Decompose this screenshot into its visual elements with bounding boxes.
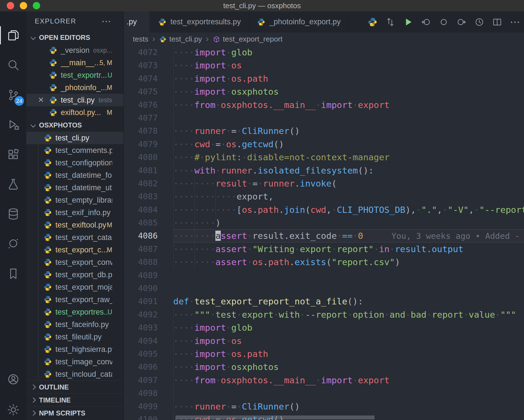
file-item[interactable]: test_export_conver... (26, 256, 124, 269)
code-line[interactable]: 4082········result·=·runner.invoke( (124, 177, 524, 190)
code-line[interactable]: 4095····import·os.path (124, 347, 524, 360)
code-line[interactable]: 4093····import·glob (124, 321, 524, 334)
file-item[interactable]: test_export_mojave... (26, 281, 124, 293)
split-editor-icon[interactable] (491, 16, 503, 28)
open-editor-item[interactable]: _version.pyosxp... (26, 44, 124, 57)
code-line[interactable]: 4087········assert·"Writing·export·repor… (124, 243, 524, 256)
tab-test-cli-partial[interactable]: .py (124, 11, 150, 33)
history-icon[interactable] (474, 16, 485, 28)
code-line[interactable]: 4079····cwd·=·os.getcwd() (124, 138, 524, 151)
line-number[interactable]: 4099 (124, 400, 173, 413)
line-number[interactable]: 4080 (124, 151, 173, 164)
line-number[interactable]: 4100 (124, 413, 173, 420)
file-item[interactable]: test_exportres...U (26, 306, 124, 318)
tab-test-exportresults[interactable]: test_exportresults.py (150, 11, 249, 33)
line-number[interactable]: 4097 (124, 374, 173, 387)
code-line[interactable]: 4096····import·osxphotos (124, 360, 524, 373)
line-number[interactable]: 4090 (124, 282, 173, 295)
open-changes-icon[interactable] (385, 16, 396, 28)
file-item[interactable]: test_incloud_catali... (26, 368, 124, 380)
run-debug-icon[interactable] (0, 111, 26, 138)
file-item[interactable]: test_export_raw_ca... (26, 293, 124, 306)
zoom-window-button[interactable] (33, 2, 40, 9)
code-line[interactable]: 4084············[os.path.join(cwd,·CLI_P… (124, 203, 524, 216)
database-icon[interactable] (0, 200, 26, 228)
line-number[interactable]: 4093 (124, 321, 173, 334)
line-number[interactable]: 4096 (124, 360, 173, 373)
source-control-icon[interactable]: 24 (0, 81, 26, 109)
python-logo-icon[interactable] (367, 16, 378, 28)
code-line[interactable]: 4092····"""·test·export·with·--report·op… (124, 308, 524, 321)
code-line[interactable]: 4072····import·glob (124, 46, 524, 59)
sidebar-section-timeline[interactable]: TIMELINE (26, 393, 124, 406)
explorer-icon[interactable] (0, 22, 26, 49)
code-line[interactable]: 4086········assert·result.exit_code·==·0… (124, 229, 524, 242)
file-item[interactable]: test_image_convert... (26, 356, 124, 368)
line-number[interactable]: 4072 (124, 46, 173, 59)
line-number[interactable]: 4077 (124, 111, 173, 124)
code-line[interactable]: 4077 (124, 111, 524, 124)
code-line[interactable]: 4097····from·osxphotos.__main__·import·e… (124, 374, 524, 387)
run-cell-icon[interactable] (438, 16, 449, 28)
close-window-button[interactable] (7, 2, 14, 9)
sidebar-section-outline[interactable]: OUTLINE (26, 380, 124, 393)
file-item[interactable]: test_empty_library_... (26, 194, 124, 206)
file-item[interactable]: test_configoptions.... (26, 157, 124, 169)
line-number[interactable]: 4089 (124, 269, 173, 282)
line-number[interactable]: 4078 (124, 124, 173, 137)
run-button[interactable] (402, 16, 414, 28)
open-editor-item[interactable]: __main__...5, M (26, 57, 124, 69)
line-number[interactable]: 4095 (124, 347, 173, 360)
line-number[interactable]: 4085 (124, 216, 173, 229)
file-item[interactable]: test_fileutil.py (26, 331, 124, 343)
account-icon[interactable] (0, 366, 26, 393)
extensions-icon[interactable] (0, 141, 26, 168)
file-item[interactable]: test_highsierra.py (26, 343, 124, 356)
line-number[interactable]: 4073 (124, 59, 173, 72)
line-number[interactable]: 4091 (124, 295, 173, 308)
file-item[interactable]: test_faceinfo.py (26, 318, 124, 331)
file-item[interactable]: test_comments.py (26, 144, 124, 157)
code-line[interactable]: 4098 (124, 387, 524, 400)
line-number[interactable]: 4076 (124, 98, 173, 111)
breadcrumb-item-test-cli-py[interactable]: test_cli.py (159, 35, 202, 44)
open-editor-item[interactable]: ×test_cli.pytests (26, 94, 124, 106)
file-item[interactable]: test_cli.py (26, 132, 124, 144)
line-number[interactable]: 4092 (124, 308, 173, 321)
more-actions-icon[interactable]: ⋯ (101, 16, 111, 27)
open-editor-item[interactable]: exiftool.py...M (26, 106, 124, 119)
line-number[interactable]: 4081 (124, 164, 173, 177)
breadcrumb-item-test-export-report[interactable]: test_export_report (213, 35, 283, 44)
testing-icon[interactable] (0, 171, 26, 198)
line-number[interactable]: 4086 (124, 229, 173, 242)
jupyter-icon[interactable] (0, 230, 26, 257)
line-number[interactable]: 4098 (124, 387, 173, 400)
file-item[interactable]: test_datetime_utils.... (26, 181, 124, 194)
code-line[interactable]: 4085········) (124, 216, 524, 229)
folder-section-header[interactable]: OSXPHOTOS (26, 119, 124, 132)
code-line[interactable]: 4099····runner·=·CliRunner() (124, 400, 524, 413)
more-actions-icon[interactable]: ⋯ (509, 16, 521, 28)
line-number[interactable]: 4094 (124, 334, 173, 347)
open-editors-section-header[interactable]: OPEN EDITORS (26, 31, 124, 44)
code-line[interactable]: 4080····#·pylint:·disable=not-context-ma… (124, 151, 524, 164)
code-line[interactable]: 4089 (124, 269, 524, 282)
line-number[interactable]: 4084 (124, 203, 173, 216)
open-editor-item[interactable]: _photoinfo_...M (26, 81, 124, 94)
line-number[interactable]: 4088 (124, 256, 173, 269)
file-item[interactable]: test_exif_info.py (26, 206, 124, 219)
tab-photoinfo-export[interactable]: _photoinfo_export.py (249, 11, 349, 33)
sidebar-section-npm-scripts[interactable]: NPM SCRIPTS (26, 406, 124, 419)
code-line[interactable]: 4073····import·os (124, 59, 524, 72)
file-item[interactable]: test_export_db.py (26, 269, 124, 281)
horizontal-scrollbar[interactable] (176, 415, 374, 419)
code-line[interactable]: 4074····import·os.path (124, 72, 524, 85)
line-number[interactable]: 4082 (124, 177, 173, 190)
code-line[interactable]: 4078····runner·=·CliRunner() (124, 124, 524, 137)
breadcrumb-item-tests[interactable]: tests (133, 35, 148, 44)
code-editor[interactable]: 4072····import·glob4073····import·os4074… (124, 46, 524, 420)
line-number[interactable]: 4079 (124, 138, 173, 151)
code-line[interactable]: 4090 (124, 282, 524, 295)
search-icon[interactable] (0, 51, 26, 79)
code-line[interactable]: 4081····with·runner.isolated_filesystem(… (124, 164, 524, 177)
